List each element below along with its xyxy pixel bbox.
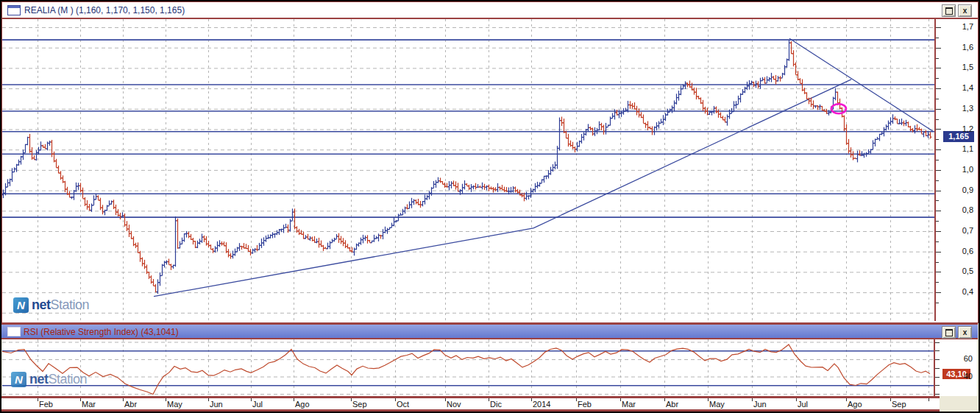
rsi-close-button[interactable]: x: [958, 326, 972, 339]
price-axis-tick: [936, 68, 941, 68]
price-axis-tick: [936, 191, 941, 191]
price-axis-tick: [936, 119, 939, 120]
time-axis[interactable]: FebMarAbrMayJunJulAgoSepOctNovDic2014Feb…: [1, 396, 940, 412]
rsi-axis-tick: [935, 385, 940, 386]
month-label: 2014: [533, 400, 550, 409]
month-label: May: [167, 400, 182, 409]
price-axis-tick: [936, 200, 939, 201]
month-label: Jul: [798, 400, 808, 409]
price-axis-tick: [936, 282, 939, 283]
rsi-maximize-button[interactable]: [942, 326, 956, 339]
rsi-axis-tick: [935, 394, 940, 395]
rsi-axis-tick: [935, 368, 940, 369]
indicator-window-icon: [7, 327, 21, 336]
rsi-axis-tick: [935, 377, 940, 378]
month-label: Feb: [39, 400, 53, 409]
time-axis-tick: [620, 398, 621, 401]
price-axis-tick: [936, 99, 939, 99]
watermark-net: net: [32, 297, 51, 312]
price-axis-label: 1,7: [962, 22, 973, 31]
rsi-axis[interactable]: 43,10 6040: [935, 339, 977, 396]
time-axis-tick: [890, 398, 891, 401]
rsi-watermark-station: Station: [49, 372, 88, 386]
month-label: Sep: [892, 400, 906, 409]
price-axis-label: 0,7: [962, 226, 973, 235]
close-button[interactable]: x: [958, 4, 972, 17]
time-axis-tick: [294, 398, 294, 401]
price-axis-label: 1,5: [962, 63, 973, 71]
rsi-plot-area[interactable]: N netStation: [2, 339, 935, 396]
price-axis-tick: [936, 241, 939, 242]
rsi-axis-tick: [935, 342, 940, 343]
month-label: Oct: [397, 400, 409, 409]
maximize-icon: [945, 7, 953, 15]
price-axis-tick: [936, 262, 939, 263]
price-axis-tick: [936, 48, 941, 49]
price-axis-tick: [936, 272, 941, 272]
time-axis-tick: [351, 398, 352, 401]
time-axis-tick: [123, 398, 124, 401]
price-axis-label: 0,8: [962, 205, 973, 214]
time-axis-tick: [251, 398, 252, 401]
month-label: Abr: [124, 400, 137, 409]
month-label: Dic: [490, 400, 502, 409]
rsi-axis-label: 60: [964, 354, 973, 363]
time-axis-tick: [708, 398, 709, 401]
price-plot-svg[interactable]: [2, 19, 934, 321]
price-axis-tick: [936, 38, 939, 38]
month-label: Nov: [447, 400, 461, 409]
time-axis-tick: [395, 398, 396, 401]
netstation-window: REALIA (M ) (1,160, 1,170, 1,150, 1,165)…: [0, 0, 980, 413]
month-label: Ago: [295, 400, 310, 409]
chart-window-icon: [7, 5, 21, 15]
price-axis-label: 1,2: [962, 124, 973, 133]
netstation-watermark: N netStation: [13, 297, 89, 313]
price-axis-tick: [936, 78, 939, 79]
time-axis-tick: [928, 398, 929, 401]
price-axis-tick: [936, 221, 939, 222]
price-axis-tick: [936, 149, 941, 150]
price-axis-label: 1,0: [962, 165, 973, 174]
month-label: Feb: [578, 400, 592, 409]
price-axis-label: 1,6: [962, 43, 973, 52]
price-axis-tick: [936, 88, 941, 89]
time-axis-tick: [80, 398, 81, 401]
price-axis-label: 0,5: [962, 266, 973, 275]
time-axis-tick: [796, 398, 797, 401]
price-axis-tick: [936, 170, 941, 171]
maximize-button[interactable]: [942, 4, 956, 17]
rsi-plot-svg[interactable]: [2, 339, 934, 396]
month-label: Ago: [848, 400, 862, 409]
time-axis-tick: [166, 398, 166, 401]
month-label: May: [709, 400, 725, 409]
month-label: Abr: [666, 400, 678, 409]
price-axis-tick: [936, 109, 941, 110]
rsi-axis-tick: [935, 350, 940, 351]
month-label: Jun: [753, 400, 767, 409]
rsi-axis-tick: [935, 359, 940, 360]
time-axis-tick: [846, 398, 847, 401]
price-axis-tick: [936, 129, 941, 130]
price-axis-tick: [936, 180, 939, 181]
rsi-legend: RSI (Relative Strength Index) (43,1041): [24, 327, 179, 337]
price-axis-tick: [936, 27, 941, 28]
price-axis-tick: [936, 160, 939, 160]
price-axis-tick: [936, 211, 941, 211]
price-axis-tick: [936, 292, 941, 293]
time-axis-tick: [664, 398, 665, 401]
price-axis-label: 0,6: [962, 247, 973, 255]
rsi-maximize-icon: [945, 329, 953, 336]
time-axis-tick: [576, 398, 577, 401]
month-label: Jun: [210, 400, 223, 409]
price-chart-titlebar[interactable]: REALIA (M ) (1,160, 1,170, 1,150, 1,165)…: [2, 2, 978, 19]
price-axis-tick: [936, 58, 939, 59]
month-label: Mar: [82, 400, 96, 409]
time-axis-tick: [208, 398, 209, 401]
price-chart-panel: REALIA (M ) (1,160, 1,170, 1,150, 1,165)…: [1, 1, 979, 323]
price-chart-legend: REALIA (M ) (1,160, 1,170, 1,150, 1,165): [24, 5, 185, 15]
watermark-station: Station: [51, 297, 90, 312]
rsi-titlebar[interactable]: RSI (Relative Strength Index) (43,1041) …: [1, 323, 978, 339]
price-axis-label: 1,3: [962, 104, 973, 113]
price-axis[interactable]: 1,165 1,71,61,51,41,31,21,11,00,90,80,70…: [936, 19, 978, 321]
price-plot-area[interactable]: N netStation: [2, 19, 936, 321]
